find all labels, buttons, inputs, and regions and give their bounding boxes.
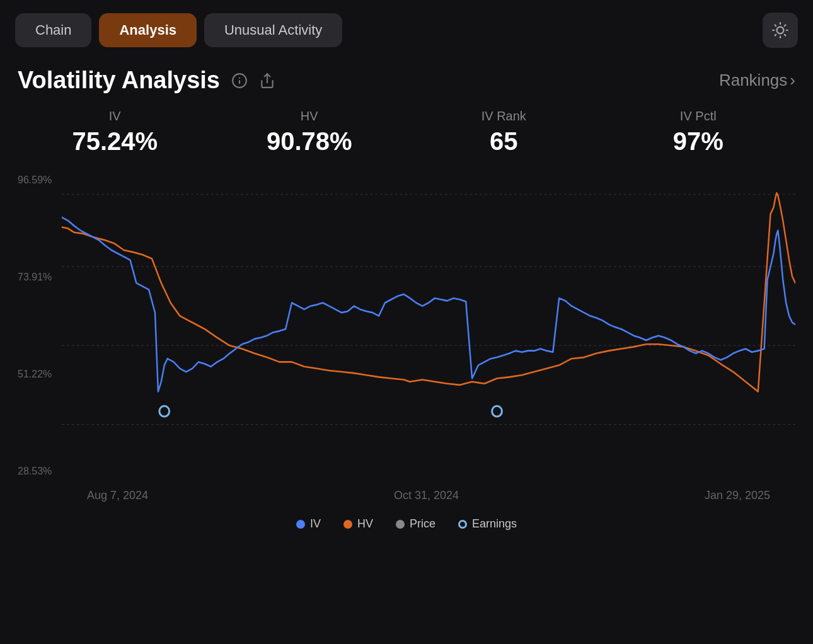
stat-iv-rank-label: IV Rank — [481, 109, 526, 124]
svg-point-18 — [492, 406, 502, 417]
legend-hv-dot — [343, 520, 352, 529]
x-label-oct: Oct 31, 2024 — [394, 489, 459, 502]
y-label-2: 73.91% — [18, 272, 52, 283]
y-axis-labels: 96.59% 73.91% 51.22% 28.53% — [18, 175, 52, 502]
stat-iv-pctl-label: IV Pctl — [680, 109, 717, 124]
svg-point-0 — [777, 27, 784, 34]
legend-earnings: Earnings — [458, 517, 517, 531]
legend-hv-label: HV — [357, 517, 373, 531]
stat-hv: HV 90.78% — [212, 109, 407, 156]
chart-legend: IV HV Price Earnings — [0, 502, 813, 541]
svg-point-17 — [159, 406, 170, 417]
legend-price-label: Price — [410, 517, 435, 531]
stat-iv: IV 75.24% — [18, 109, 212, 156]
page-title: Volatility Analysis — [18, 67, 220, 94]
theme-toggle-button[interactable] — [763, 13, 798, 48]
y-label-top: 96.59% — [18, 175, 52, 186]
legend-iv: IV — [296, 517, 321, 531]
legend-earnings-label: Earnings — [472, 517, 517, 531]
tab-analysis[interactable]: Analysis — [99, 13, 197, 47]
stat-hv-value: 90.78% — [267, 127, 352, 156]
stat-iv-label: IV — [109, 109, 121, 124]
legend-price-dot — [396, 520, 405, 529]
legend-iv-label: IV — [310, 517, 321, 531]
x-axis-labels: Aug 7, 2024 Oct 31, 2024 Jan 29, 2025 — [62, 489, 795, 502]
stat-iv-rank-value: 65 — [490, 127, 518, 156]
y-label-3: 51.22% — [18, 369, 52, 380]
tab-chain[interactable]: Chain — [15, 13, 91, 47]
stat-iv-value: 75.24% — [72, 127, 158, 156]
stats-row: IV 75.24% HV 90.78% IV Rank 65 IV Pctl 9… — [0, 109, 813, 175]
x-label-jan: Jan 29, 2025 — [705, 489, 770, 502]
y-label-bottom: 28.53% — [18, 466, 52, 477]
legend-price: Price — [396, 517, 435, 531]
info-icon[interactable] — [230, 71, 249, 90]
stat-hv-label: HV — [301, 109, 318, 124]
stat-iv-rank: IV Rank 65 — [407, 109, 601, 156]
stat-iv-pctl: IV Pctl 97% — [601, 109, 796, 156]
svg-line-4 — [785, 35, 786, 36]
svg-line-7 — [775, 35, 776, 36]
page-header: Volatility Analysis Rankings › — [0, 60, 813, 109]
rankings-link[interactable]: Rankings › — [719, 71, 795, 90]
stat-iv-pctl-value: 97% — [673, 127, 724, 156]
top-navigation: Chain Analysis Unusual Activity — [0, 0, 813, 60]
tab-unusual-activity[interactable]: Unusual Activity — [204, 13, 342, 47]
share-icon[interactable] — [258, 71, 277, 90]
chart-svg-container — [62, 175, 795, 477]
x-label-aug: Aug 7, 2024 — [87, 489, 148, 502]
volatility-chart[interactable]: 96.59% 73.91% 51.22% 28.53% — [0, 175, 813, 502]
svg-line-3 — [775, 25, 776, 26]
svg-line-8 — [785, 25, 786, 26]
legend-earnings-dot — [458, 520, 467, 529]
legend-iv-dot — [296, 520, 305, 529]
legend-hv: HV — [343, 517, 373, 531]
